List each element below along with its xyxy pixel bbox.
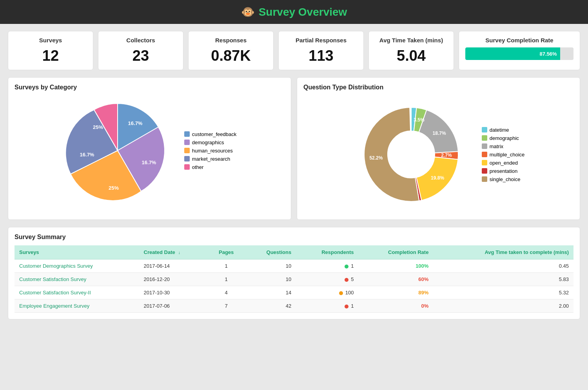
legend-item-market-research: market_research xyxy=(184,156,236,162)
table-row: Customer Demographics Survey 2017-06-14 … xyxy=(15,259,573,273)
completion-bar-text: 87.56% xyxy=(540,51,557,57)
cell-questions: 14 xyxy=(245,286,296,299)
cell-respondents: 5 xyxy=(296,273,358,286)
legend-item-matrix: matrix xyxy=(482,143,525,149)
completion-stat: Survey Completion Rate 87.56% xyxy=(459,31,580,70)
cell-pages: 1 xyxy=(208,259,244,273)
col-questions: Questions xyxy=(245,245,296,259)
legend-item-human-resources: human_resources xyxy=(184,148,236,154)
partial-label: Partial Responses xyxy=(285,37,357,44)
legend-item-demographics: demographics xyxy=(184,140,236,145)
collectors-stat: Collectors 23 xyxy=(98,31,183,70)
legend-color-customer-feedback xyxy=(184,131,190,137)
legend-label-customer-feedback: customer_feedback xyxy=(192,131,236,137)
svg-text:16.7%: 16.7% xyxy=(80,152,94,158)
svg-text:25%: 25% xyxy=(109,185,119,191)
sort-arrow: ↓ xyxy=(178,250,180,255)
cell-avg-time: 0.45 xyxy=(433,259,573,273)
cell-date: 2017-07-06 xyxy=(139,299,208,313)
cell-completion: 0% xyxy=(359,299,434,313)
completion-bar-container: 87.56% xyxy=(465,47,573,60)
cell-survey-name[interactable]: Customer Satisfaction Survey xyxy=(15,273,139,286)
legend-label-human-resources: human_resources xyxy=(192,148,233,154)
legend-item-demographic: demographic xyxy=(482,135,525,141)
survey-table: Surveys Created Date ↓ Pages Questions R… xyxy=(15,245,573,313)
table-row: Employee Engagement Survey 2017-07-06 7 … xyxy=(15,299,573,313)
legend-item-other: other xyxy=(184,164,236,170)
legend-color-demographics xyxy=(184,140,190,145)
legend-color-market-research xyxy=(184,156,190,161)
summary-title: Survey Summary xyxy=(15,234,573,241)
svg-text:18.7%: 18.7% xyxy=(432,131,446,136)
legend-label-single-choice: single_choice xyxy=(490,176,521,182)
cell-respondents: 1 xyxy=(296,299,358,313)
legend-item-customer-feedback: customer_feedback xyxy=(184,131,236,137)
svg-text:19.8%: 19.8% xyxy=(431,175,444,181)
col-respondents: Respondents xyxy=(296,245,358,259)
charts-row: Surveys by Category xyxy=(8,77,580,220)
donut-chart-legend: datetime demographic matrix multiple_cho… xyxy=(482,127,525,182)
legend-label-other: other xyxy=(192,164,204,170)
responses-stat: Responses 0.87K xyxy=(188,31,274,70)
collectors-label: Collectors xyxy=(105,37,177,44)
cell-survey-name[interactable]: Employee Engagement Survey xyxy=(15,299,139,313)
cell-survey-name[interactable]: Customer Satisfaction Survey-II xyxy=(15,286,139,299)
avg-time-stat: Avg Time Taken (mins) 5.04 xyxy=(368,31,454,70)
legend-color-matrix xyxy=(482,143,487,149)
legend-color-datetime xyxy=(482,127,487,132)
legend-color-human-resources xyxy=(184,148,190,153)
legend-label-market-research: market_research xyxy=(192,156,230,162)
col-avg-time: Avg Time taken to complete (mins) xyxy=(433,245,573,259)
table-row: Customer Satisfaction Survey 2016-12-20 … xyxy=(15,273,573,286)
cell-pages: 7 xyxy=(208,299,244,313)
cell-completion: 60% xyxy=(359,273,434,286)
donut-chart-title: Question Type Distribution xyxy=(303,84,573,91)
cell-pages: 4 xyxy=(208,286,244,299)
legend-item-datetime: datetime xyxy=(482,127,525,133)
table-header-row: Surveys Created Date ↓ Pages Questions R… xyxy=(15,245,573,259)
cell-respondents: 100 xyxy=(296,286,358,299)
cell-survey-name[interactable]: Customer Demographics Survey xyxy=(15,259,139,273)
pie-chart-title: Surveys by Category xyxy=(15,84,285,91)
pie-chart-content: 16.7% 16.7% 25% 16.7% 25% customer_feedb… xyxy=(15,96,285,205)
legend-item-single-choice: single_choice xyxy=(482,176,525,182)
main-content: Surveys 12 Collectors 23 Responses 0.87K… xyxy=(0,24,588,327)
avg-time-label: Avg Time Taken (mins) xyxy=(375,37,447,44)
col-created-date: Created Date ↓ xyxy=(139,245,208,259)
surveys-label: Surveys xyxy=(15,37,87,44)
legend-color-multiple-choice xyxy=(482,152,487,157)
legend-label-datetime: datetime xyxy=(490,127,509,133)
cell-avg-time: 5.32 xyxy=(433,286,573,299)
donut-chart-svg: 3.5%18.7%2.7%19.8%52.2% xyxy=(352,96,470,213)
legend-label-open-ended: open_ended xyxy=(490,160,518,166)
cell-date: 2017-10-30 xyxy=(139,286,208,299)
svg-text:25%: 25% xyxy=(93,124,103,130)
svg-text:2.7%: 2.7% xyxy=(441,152,452,158)
cell-questions: 10 xyxy=(245,273,296,286)
responses-label: Responses xyxy=(195,37,267,44)
cell-avg-time: 5.83 xyxy=(433,273,573,286)
svg-text:16.7%: 16.7% xyxy=(128,120,142,126)
cell-date: 2017-06-14 xyxy=(139,259,208,273)
table-row: Customer Satisfaction Survey-II 2017-10-… xyxy=(15,286,573,299)
svg-text:3.5%: 3.5% xyxy=(414,117,425,123)
collectors-value: 23 xyxy=(105,47,177,64)
cell-date: 2016-12-20 xyxy=(139,273,208,286)
surveys-value: 12 xyxy=(15,47,87,64)
cell-questions: 42 xyxy=(245,299,296,313)
legend-item-open-ended: open_ended xyxy=(482,160,525,166)
legend-color-single-choice xyxy=(482,176,487,182)
cell-completion: 100% xyxy=(359,259,434,273)
legend-item-presentation: presentation xyxy=(482,168,525,174)
legend-color-demographic xyxy=(482,135,487,141)
page-title: Survey Overview xyxy=(259,6,347,18)
donut-chart-card: Question Type Distribution xyxy=(297,77,580,220)
cell-avg-time: 2.00 xyxy=(433,299,573,313)
legend-color-presentation xyxy=(482,168,487,174)
table-body: Customer Demographics Survey 2017-06-14 … xyxy=(15,259,573,313)
col-pages: Pages xyxy=(208,245,244,259)
survey-summary-card: Survey Summary Surveys Created Date ↓ Pa… xyxy=(8,227,580,319)
pie-chart-legend: customer_feedback demographics human_res… xyxy=(184,131,236,170)
svg-point-5 xyxy=(388,132,434,177)
legend-label-demographic: demographic xyxy=(490,135,519,141)
